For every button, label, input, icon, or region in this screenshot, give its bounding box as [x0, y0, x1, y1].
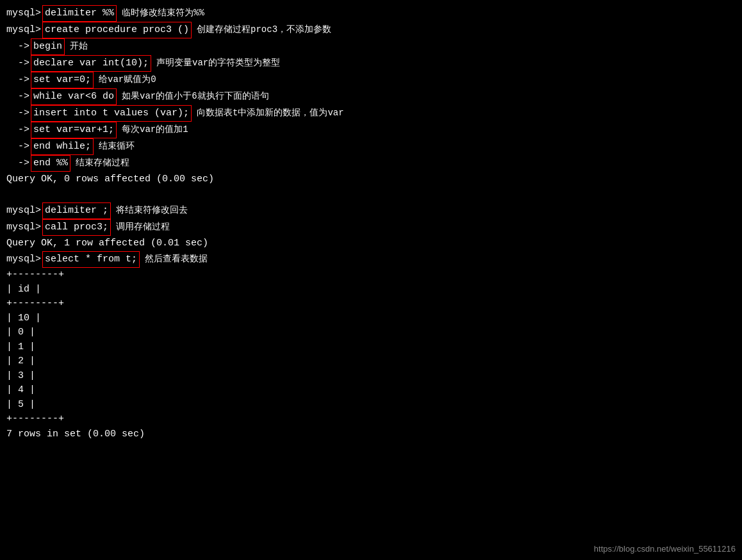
arrow-prompt: ->	[6, 156, 29, 171]
prompt: mysql>	[6, 22, 41, 38]
arrow-code: declare var int(10);	[31, 55, 151, 72]
cmd-code: delimiter %%	[42, 5, 117, 22]
arrow-code: end %%	[31, 155, 70, 172]
arrow-comment: 开始	[70, 39, 88, 53]
cmd-code: create procedure proc3 ()	[42, 22, 192, 38]
output-line: 7 rows in set (0.00 sec)	[6, 427, 736, 442]
arrow-prompt: ->	[6, 122, 29, 138]
arrow-code: end while;	[31, 138, 94, 155]
arrow-code: while var<6 do	[31, 88, 117, 105]
arrow-prompt: ->	[6, 89, 29, 104]
arrow-comment: 向数据表t中添加新的数据，值为var	[197, 106, 344, 120]
table-row: | 5 |	[6, 398, 736, 413]
table-row: | 1 |	[6, 340, 736, 355]
arrow-comment: 声明变量var的字符类型为整型	[156, 56, 280, 70]
arrow-code: set var=var+1;	[31, 122, 117, 138]
cmd-comment: 临时修改结束符为%%	[122, 6, 204, 20]
arrow-line: -> insert into t values (var);向数据表t中添加新的…	[6, 105, 736, 122]
cmd-code: delimiter ;	[42, 202, 111, 219]
watermark: https://blog.csdn.net/weixin_55611216	[594, 544, 736, 554]
table-border-end: +--------+	[6, 412, 736, 427]
cmd-comment: 创建存储过程proc3，不添加参数	[197, 22, 331, 37]
arrow-line: -> declare var int(10);声明变量var的字符类型为整型	[6, 55, 736, 72]
arrow-line: -> set var=var+1;每次var的值加1	[6, 122, 736, 138]
arrow-line: -> begin开始	[6, 38, 736, 55]
arrow-comment: 给var赋值为0	[99, 72, 156, 86]
table-row: | 3 |	[6, 369, 736, 384]
table-row: | 4 |	[6, 383, 736, 398]
arrow-comment: 结束循环	[99, 139, 135, 153]
table-border: +--------+	[6, 297, 736, 311]
arrow-prompt: ->	[6, 72, 29, 88]
output-line: Query OK, 0 rows affected (0.00 sec)	[6, 172, 736, 187]
prompt: mysql>	[6, 252, 41, 267]
cmd-line: mysql> call proc3;调用存储过程	[6, 219, 736, 236]
cmd-line: mysql> delimiter ;将结束符修改回去	[6, 202, 736, 219]
cmd-code: call proc3;	[42, 219, 111, 236]
arrow-code: set var=0;	[31, 72, 94, 88]
arrow-line: -> while var<6 do如果var的值小于6就执行下面的语句	[6, 88, 736, 105]
table-header: | id |	[6, 283, 736, 297]
table-row: | 10 |	[6, 311, 736, 326]
arrow-prompt: ->	[6, 106, 29, 121]
terminal: mysql> delimiter %%临时修改结束符为%%mysql> crea…	[6, 5, 736, 442]
cmd-comment: 将结束符修改回去	[116, 203, 188, 217]
arrow-line: -> end %%结束存储过程	[6, 155, 736, 172]
arrow-code: insert into t values (var);	[31, 105, 192, 122]
cmd-line: mysql> delimiter %%临时修改结束符为%%	[6, 5, 736, 22]
blank-line	[6, 187, 736, 202]
prompt: mysql>	[6, 203, 41, 218]
cmd-line: mysql> select * from t;然后查看表数据	[6, 251, 736, 268]
table-row: | 2 |	[6, 354, 736, 369]
arrow-line: -> end while;结束循环	[6, 138, 736, 155]
arrow-line: -> set var=0;给var赋值为0	[6, 72, 736, 88]
arrow-prompt: ->	[6, 39, 29, 54]
arrow-prompt: ->	[6, 56, 29, 71]
arrow-prompt: ->	[6, 139, 29, 154]
arrow-comment: 结束存储过程	[76, 156, 129, 170]
table-row: | 0 |	[6, 325, 736, 340]
arrow-code: begin	[31, 38, 65, 55]
output-line: Query OK, 1 row affected (0.01 sec)	[6, 236, 736, 251]
cmd-comment: 然后查看表数据	[145, 252, 208, 266]
arrow-comment: 每次var的值加1	[122, 122, 188, 136]
cmd-comment: 调用存储过程	[116, 220, 170, 234]
cmd-code: select * from t;	[42, 251, 140, 268]
prompt: mysql>	[6, 6, 41, 21]
cmd-line: mysql> create procedure proc3 ()创建存储过程pr…	[6, 22, 736, 38]
table-border: +--------+	[6, 268, 736, 283]
arrow-comment: 如果var的值小于6就执行下面的语句	[122, 89, 269, 103]
prompt: mysql>	[6, 220, 41, 235]
